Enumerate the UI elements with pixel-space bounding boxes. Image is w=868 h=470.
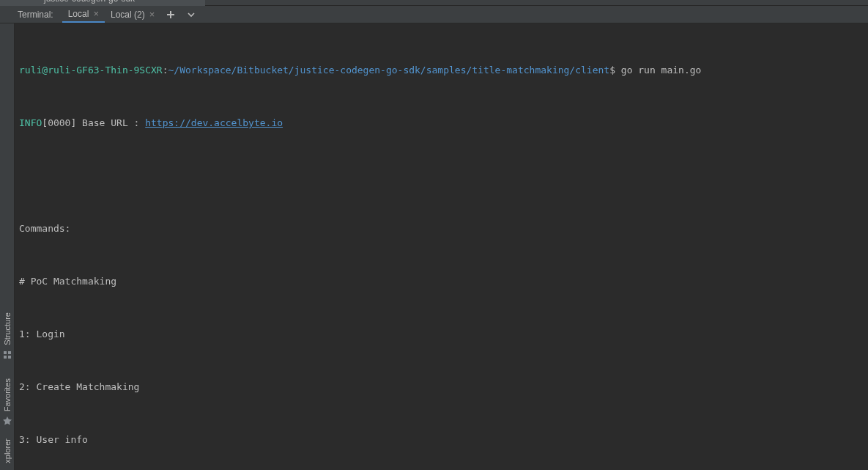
left-tool-rail: Structure Favorites xplorer xyxy=(0,23,15,470)
rail-explorer-button[interactable]: xplorer xyxy=(0,436,15,466)
svg-rect-3 xyxy=(8,356,11,359)
add-tab-button[interactable] xyxy=(160,10,181,19)
log-level: INFO xyxy=(19,117,42,128)
svg-rect-2 xyxy=(4,356,7,359)
tab-local-2[interactable]: Local (2) × xyxy=(105,6,160,23)
terminal-line: 1: Login xyxy=(19,326,864,343)
tab-label: Local xyxy=(68,9,89,19)
tab-local[interactable]: Local × xyxy=(62,6,105,23)
close-icon[interactable]: × xyxy=(93,8,99,19)
terminal-line: INFO[0000] Base URL : https://dev.accelb… xyxy=(19,114,864,132)
terminal-output[interactable]: ruli@ruli-GF63-Thin-9SCXR:~/Workspace/Bi… xyxy=(15,23,868,470)
prompt-sep: : xyxy=(163,65,168,76)
terminal-line: Commands: xyxy=(19,220,864,238)
terminal-line: # PoC Matchmaking xyxy=(19,273,864,290)
terminal-label: Terminal: xyxy=(0,10,62,20)
star-icon xyxy=(2,416,12,426)
terminal-line: 3: User info xyxy=(19,431,864,449)
url-link[interactable]: https://dev.accelbyte.io xyxy=(145,117,283,128)
terminal-tabs: Local × Local (2) × xyxy=(62,6,202,23)
svg-rect-0 xyxy=(4,351,7,354)
svg-rect-1 xyxy=(8,351,11,354)
chevron-down-icon xyxy=(187,10,196,19)
prompt-command: go run main.go xyxy=(621,65,702,76)
terminal-line: 2: Create Matchmaking xyxy=(19,378,864,396)
close-icon[interactable]: × xyxy=(149,9,155,20)
tab-label: Local (2) xyxy=(111,10,145,20)
prompt-dollar: $ xyxy=(609,65,621,76)
project-tab-partial: justice-codegen-go-sdk xyxy=(0,0,868,6)
rail-label: Favorites xyxy=(3,375,12,414)
prompt-userhost: ruli@ruli-GF63-Thin-9SCXR xyxy=(19,65,163,76)
terminal-header: Terminal: Local × Local (2) × xyxy=(0,6,868,23)
rail-label: xplorer xyxy=(3,436,12,466)
terminal-line xyxy=(19,167,864,185)
log-text: [0000] Base URL : xyxy=(42,117,145,128)
rail-label: Structure xyxy=(3,309,12,348)
plus-icon xyxy=(166,10,175,19)
rail-favorites-button[interactable]: Favorites xyxy=(0,375,15,427)
prompt-path: ~/Workspace/Bitbucket/justice-codegen-go… xyxy=(168,65,610,76)
rail-structure-button[interactable]: Structure xyxy=(0,309,15,361)
tabs-dropdown-button[interactable] xyxy=(181,10,201,19)
project-tab-text: justice-codegen-go-sdk xyxy=(44,0,135,4)
terminal-line: ruli@ruli-GF63-Thin-9SCXR:~/Workspace/Bi… xyxy=(19,62,864,79)
structure-icon xyxy=(2,350,12,360)
